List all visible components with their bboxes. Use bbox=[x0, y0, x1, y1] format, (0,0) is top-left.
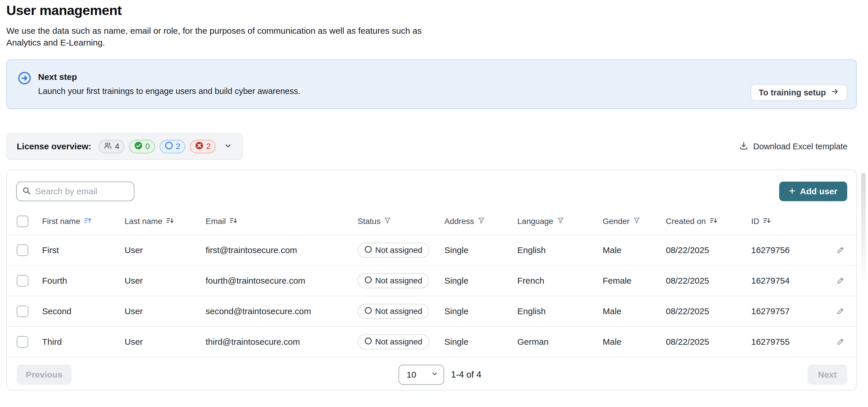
license-badges: 4 0 2 bbox=[99, 140, 215, 153]
column-header-last-name[interactable]: Last name bbox=[125, 216, 206, 226]
search-icon bbox=[22, 186, 31, 196]
select-all-checkbox[interactable] bbox=[17, 216, 28, 227]
next-page-button[interactable]: Next bbox=[807, 365, 847, 385]
column-header-language[interactable]: Language bbox=[517, 217, 603, 226]
sort-icon[interactable] bbox=[709, 216, 717, 226]
cell-status: Not assigned bbox=[358, 273, 444, 288]
search-input[interactable] bbox=[35, 187, 129, 196]
column-header-email[interactable]: Email bbox=[206, 216, 358, 226]
column-header-status[interactable]: Status bbox=[358, 217, 444, 226]
cell-address: Single bbox=[444, 337, 517, 347]
download-excel-template-link[interactable]: Download Excel template bbox=[739, 141, 857, 152]
edit-user-button[interactable] bbox=[836, 337, 845, 347]
pencil-icon bbox=[836, 307, 845, 316]
edit-user-button[interactable] bbox=[836, 276, 845, 286]
cell-id: 16279757 bbox=[751, 306, 825, 316]
previous-page-button[interactable]: Previous bbox=[17, 365, 71, 385]
column-label: Address bbox=[444, 217, 474, 226]
page-size-select[interactable]: 10 bbox=[399, 365, 444, 385]
banner-title: Next step bbox=[38, 72, 77, 82]
sort-ascending-active-icon[interactable] bbox=[84, 216, 92, 226]
cell-created-on: 08/22/2025 bbox=[666, 337, 751, 347]
cell-address: Single bbox=[444, 276, 517, 286]
to-training-setup-button[interactable]: To training setup bbox=[751, 84, 847, 101]
circle-outline-icon bbox=[365, 307, 372, 316]
cell-email: second@traintosecure.com bbox=[206, 306, 358, 316]
pencil-icon bbox=[836, 276, 845, 286]
status-badge: Not assigned bbox=[358, 273, 429, 288]
cell-email: fourth@traintosecure.com bbox=[206, 276, 358, 286]
edit-user-button[interactable] bbox=[836, 307, 845, 316]
table-row: Fourth User fourth@traintosecure.com Not… bbox=[7, 266, 856, 296]
column-header-address[interactable]: Address bbox=[444, 217, 517, 226]
license-badge-pending: 2 bbox=[160, 140, 185, 153]
next-step-banner: Next step Launch your first trainings to… bbox=[6, 59, 857, 109]
table-header-row: First name Last name Email bbox=[7, 208, 856, 235]
pencil-icon bbox=[836, 246, 845, 255]
filter-icon[interactable] bbox=[477, 217, 485, 226]
users-card: + Add user First name Last name bbox=[6, 169, 857, 390]
header-checkbox-cell bbox=[7, 216, 42, 227]
filter-icon[interactable] bbox=[557, 217, 564, 226]
license-row: License overview: 4 bbox=[6, 133, 857, 160]
plus-icon: + bbox=[789, 185, 795, 196]
license-pending-count: 2 bbox=[176, 142, 181, 151]
status-label: Not assigned bbox=[375, 246, 422, 255]
column-header-first-name[interactable]: First name bbox=[42, 216, 125, 226]
circle-outline-icon bbox=[365, 276, 372, 286]
circle-outline-icon bbox=[165, 141, 173, 152]
pagination-range: 1-4 of 4 bbox=[451, 370, 481, 380]
users-icon bbox=[103, 142, 112, 152]
row-checkbox[interactable] bbox=[17, 244, 28, 256]
cell-gender: Male bbox=[603, 337, 666, 347]
column-label: Created on bbox=[666, 217, 706, 226]
add-user-button[interactable]: + Add user bbox=[779, 182, 847, 201]
sort-icon[interactable] bbox=[166, 216, 174, 226]
pencil-icon bbox=[836, 337, 845, 347]
vertical-scrollbar[interactable] bbox=[861, 173, 866, 288]
download-excel-template-label: Download Excel template bbox=[753, 142, 847, 151]
cell-status: Not assigned bbox=[358, 243, 444, 258]
license-badge-total: 4 bbox=[99, 140, 124, 153]
row-checkbox[interactable] bbox=[17, 306, 28, 317]
sort-icon[interactable] bbox=[763, 216, 771, 226]
cell-address: Single bbox=[444, 245, 517, 255]
sort-icon[interactable] bbox=[229, 216, 237, 226]
license-overview-bar: License overview: 4 bbox=[6, 133, 243, 160]
cell-created-on: 08/22/2025 bbox=[666, 276, 751, 286]
to-training-setup-label: To training setup bbox=[759, 88, 826, 97]
column-header-id[interactable]: ID bbox=[751, 216, 825, 226]
table-footer: Previous 10 1-4 of 4 Next bbox=[7, 357, 856, 389]
cell-gender: Male bbox=[603, 245, 666, 255]
download-icon bbox=[739, 141, 749, 152]
column-label: Status bbox=[358, 217, 380, 226]
cell-last-name: User bbox=[125, 276, 206, 286]
cell-first-name: First bbox=[42, 245, 125, 255]
card-toolbar: + Add user bbox=[7, 170, 856, 208]
status-badge: Not assigned bbox=[358, 334, 429, 349]
cell-first-name: Fourth bbox=[42, 276, 125, 286]
license-not-assigned-count: 2 bbox=[206, 142, 211, 151]
circle-outline-icon bbox=[365, 246, 372, 255]
page-title: User management bbox=[6, 2, 122, 18]
banner-description: Launch your first trainings to engage us… bbox=[38, 87, 300, 96]
cell-email: first@traintosecure.com bbox=[206, 245, 358, 255]
table-row: First User first@traintosecure.com Not a… bbox=[7, 235, 856, 266]
row-checkbox[interactable] bbox=[17, 275, 28, 286]
column-label: Gender bbox=[603, 217, 629, 226]
cell-email: third@traintosecure.com bbox=[206, 337, 358, 347]
filter-icon[interactable] bbox=[633, 217, 641, 226]
edit-user-button[interactable] bbox=[836, 246, 845, 255]
license-expand-chevron[interactable] bbox=[224, 142, 232, 151]
cell-last-name: User bbox=[125, 337, 206, 347]
column-label: Language bbox=[517, 217, 553, 226]
filter-icon[interactable] bbox=[384, 217, 391, 226]
row-checkbox[interactable] bbox=[17, 336, 28, 348]
page-size-value: 10 bbox=[407, 370, 416, 380]
column-label: Email bbox=[206, 217, 226, 226]
cell-first-name: Second bbox=[42, 306, 125, 316]
column-header-gender[interactable]: Gender bbox=[603, 217, 666, 226]
column-header-created-on[interactable]: Created on bbox=[666, 216, 751, 226]
chevron-down-icon bbox=[224, 142, 232, 151]
cell-last-name: User bbox=[125, 306, 206, 316]
